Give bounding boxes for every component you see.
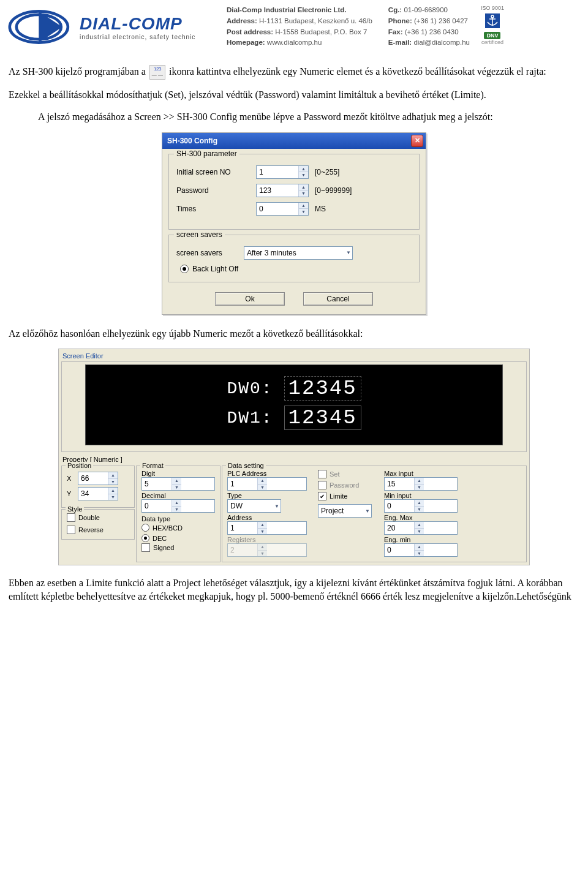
spin-up-icon[interactable]: ▲ [299, 184, 308, 191]
cancel-button[interactable]: Cancel [303, 292, 373, 306]
spin-up-icon[interactable]: ▲ [299, 203, 308, 209]
double-checkbox[interactable]: Double [67, 513, 129, 522]
paragraph-2: Ezekkel a beállításokkal módosíthatjuk (… [9, 88, 579, 102]
spin-up-icon[interactable]: ▲ [299, 166, 308, 173]
password-hint: [0~999999] [315, 186, 352, 195]
close-icon[interactable]: ✕ [411, 135, 423, 147]
spin-down-icon[interactable]: ▼ [299, 191, 308, 197]
company-info: Dial-Comp Industrial Electronic Ltd. Add… [227, 5, 470, 48]
chevron-down-icon[interactable]: ▼ [274, 504, 279, 509]
hexbcd-radio[interactable]: HEX/BCD [141, 524, 215, 532]
screensaver-combo[interactable]: After 3 minutes ▼ [244, 246, 353, 260]
radio-dot-icon [180, 265, 189, 273]
spin-down-icon[interactable]: ▼ [299, 172, 308, 178]
screensaver-label: screen savers [176, 249, 238, 257]
dialog-titlebar[interactable]: SH-300 Config ✕ [162, 133, 426, 149]
screen-editor-panel: Screen Editor DW0: 12345 DW1: 12345 Prop… [58, 349, 530, 565]
spin-down-icon[interactable]: ▼ [299, 209, 308, 215]
brand-tagline: industrial electronic, safety technic [80, 34, 195, 40]
company-name: Dial-Comp Industrial Electronic Ltd. [227, 6, 347, 13]
eng-max-input[interactable]: ▲▼ [384, 521, 458, 535]
paragraph-1: Az SH-300 kijelző programjában a 123— — … [9, 65, 579, 80]
paragraph-4: Az előzőhöz hasonlóan elhelyezünk egy új… [9, 327, 579, 341]
lcd-preview: DW0: 12345 DW1: 12345 [85, 364, 503, 445]
panel-position: Position X ▲▼ Y ▲▼ [61, 466, 135, 508]
initial-screen-label: Initial screen NO [176, 168, 250, 176]
registers-input: ▲▼ [227, 543, 307, 557]
panel-format: Format Digit ▲▼ Decimal ▲▼ Data type HEX… [136, 466, 221, 562]
brand-name: DIAL-COMP [80, 14, 195, 34]
password-label: Password [176, 186, 250, 195]
times-unit: MS [315, 205, 326, 213]
chevron-down-icon[interactable]: ▼ [365, 508, 370, 514]
type-combo[interactable]: DW▼ [227, 499, 281, 513]
min-input[interactable]: ▲▼ [384, 499, 458, 513]
group-sh300-parameter: SH-300 parameter Initial screen NO ▲▼ [0… [168, 154, 420, 230]
password-checkbox: Password [318, 481, 373, 489]
address-input[interactable]: ▲▼ [227, 521, 307, 535]
logo-mark [7, 7, 75, 47]
reverse-checkbox[interactable]: Reverse [67, 526, 129, 534]
lcd-row1-label: DW1: [227, 409, 273, 428]
dialog-title: SH-300 Config [167, 137, 217, 145]
limite-mode-combo[interactable]: Project▼ [318, 504, 372, 518]
group-screen-savers: screen savers screen savers After 3 minu… [168, 235, 420, 282]
eng-min-input[interactable]: ▲▼ [384, 543, 458, 557]
backlight-off-radio[interactable]: Back Light Off [180, 265, 412, 273]
dec-radio[interactable]: DEC [141, 534, 215, 542]
panel-data-setting: Data setting PLC Address ▲▼ Type DW▼ Add… [222, 466, 527, 562]
numeric-toolbar-icon: 123— — [149, 65, 165, 80]
lcd-row0-label: DW0: [227, 379, 273, 398]
anchor-icon [484, 12, 501, 29]
times-label: Times [176, 205, 250, 213]
password-input[interactable]: ▲▼ [256, 184, 309, 197]
set-checkbox[interactable]: Set [318, 470, 373, 478]
lcd-row0-value[interactable]: 12345 [284, 376, 361, 401]
certification-badge: ISO 9001 DNV certificed [481, 5, 504, 45]
decimal-input[interactable]: ▲▼ [141, 499, 215, 513]
logo: DIAL-COMP industrial electronic, safety … [7, 5, 216, 49]
lcd-row1-value[interactable]: 12345 [284, 406, 361, 430]
chevron-down-icon[interactable]: ▼ [346, 250, 351, 255]
initial-screen-hint: [0~255] [315, 168, 339, 176]
paragraph-3: A jelszó megadásához a Screen >> SH-300 … [38, 110, 579, 124]
position-y-input[interactable]: ▲▼ [78, 487, 118, 500]
max-input[interactable]: ▲▼ [384, 477, 458, 491]
ok-button[interactable]: Ok [215, 292, 285, 306]
property-title: Property [ Numeric ] [62, 456, 526, 463]
sh300-config-dialog: SH-300 Config ✕ SH-300 parameter Initial… [162, 132, 426, 315]
limite-checkbox[interactable]: ✔Limite [318, 492, 373, 500]
position-x-input[interactable]: ▲▼ [78, 472, 118, 485]
letterhead: DIAL-COMP industrial electronic, safety … [0, 0, 588, 53]
signed-checkbox[interactable]: Signed [141, 543, 215, 552]
initial-screen-input[interactable]: ▲▼ [256, 165, 309, 179]
digit-input[interactable]: ▲▼ [141, 477, 215, 491]
times-input[interactable]: ▲▼ [256, 202, 309, 216]
editor-title: Screen Editor [62, 352, 527, 360]
panel-style: Style Double Reverse [61, 509, 135, 540]
paragraph-5: Ebben az esetben a Limite funkció alatt … [9, 576, 579, 603]
plc-address-input[interactable]: ▲▼ [227, 477, 307, 491]
